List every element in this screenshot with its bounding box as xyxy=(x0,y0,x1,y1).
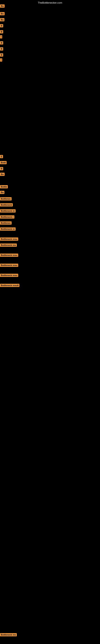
badge-b5: B xyxy=(0,30,3,34)
badge-b4: B xyxy=(0,24,3,27)
badge-b22: Bottleneck re xyxy=(0,228,16,231)
badge-b18: Bottleneck xyxy=(0,203,13,206)
badge-b29: Bottleneck res xyxy=(0,633,17,636)
badge-b20: Bottleneck r xyxy=(0,215,14,218)
badge-b14: Bo xyxy=(0,173,4,176)
badge-b7: B xyxy=(0,41,3,44)
badge-b16: Ba xyxy=(0,191,4,194)
badge-b21: Bottlenec xyxy=(0,222,12,224)
badge-b12: Bottl xyxy=(0,161,7,164)
badge-b13: B xyxy=(0,167,3,170)
badge-b2: Bo xyxy=(0,12,4,15)
badge-b24: Bottleneck res xyxy=(0,244,17,247)
badge-b27: Bottleneck resu xyxy=(0,274,18,277)
badge-b6: I xyxy=(0,35,2,38)
badge-b15: Bottle xyxy=(0,185,8,188)
badge-b19: Bottleneck re xyxy=(0,209,16,212)
badge-b10: I xyxy=(0,58,2,62)
badge-b11: E xyxy=(0,155,3,158)
badge-b1: Bo xyxy=(0,4,4,8)
badge-b26: Bottleneck resu xyxy=(0,264,18,267)
site-title: TheBottlenecker.com xyxy=(38,1,62,4)
badge-b23: Bottleneck resu xyxy=(0,238,18,241)
badge-b17: Bottlenec xyxy=(0,197,12,200)
badge-b28: Bottleneck result xyxy=(0,284,19,287)
badge-b8: B xyxy=(0,47,3,50)
badge-b25: Bottleneck resu xyxy=(0,254,18,257)
badge-b9: B xyxy=(0,53,3,56)
badge-b3: Ba xyxy=(0,18,4,21)
